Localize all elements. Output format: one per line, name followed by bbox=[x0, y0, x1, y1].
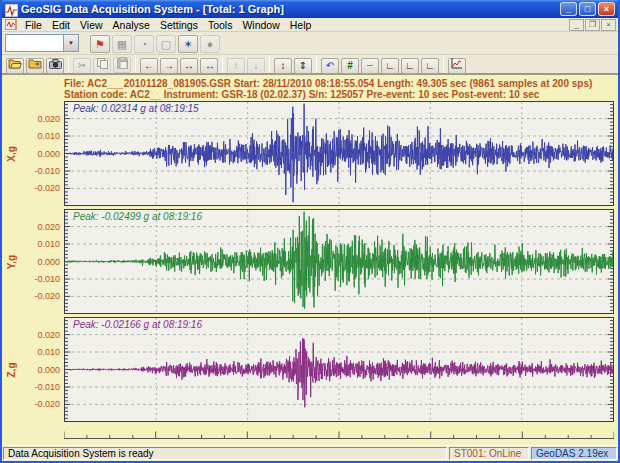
waveform-plot-x[interactable]: Peak: 0.02314 g at 08:19:15 bbox=[64, 101, 614, 206]
time-tick-label: 08:18:55 bbox=[61, 444, 98, 445]
expand-y-button[interactable]: ↕ bbox=[274, 58, 292, 74]
peak-annotation-x: Peak: 0.02314 g at 08:19:15 bbox=[73, 103, 199, 114]
event-selector-combo[interactable]: ▼ bbox=[5, 34, 79, 52]
y-tick-label: -0.010 bbox=[34, 166, 60, 176]
y-axis-gutter-z: Z,g 0.0200.0100.000-0.010-0.020 bbox=[10, 317, 64, 422]
arrow-lr-wide-icon: ↔ bbox=[205, 58, 213, 74]
time-axis-labels: 08:18:55 08:19:03 08:19:11 08:19:19 08:1… bbox=[61, 443, 617, 445]
y-tick-label: 0.000 bbox=[37, 149, 60, 159]
folder-open-icon bbox=[8, 58, 22, 74]
move-down-button: ↓ bbox=[247, 58, 265, 74]
menu-tools[interactable]: Tools bbox=[203, 19, 238, 31]
close-button[interactable]: × bbox=[598, 2, 615, 16]
paste-button bbox=[113, 57, 131, 73]
dot-icon: ● bbox=[207, 36, 214, 52]
title-bar: GeoSIG Data Acquisition System - [Total:… bbox=[2, 0, 618, 18]
menu-bar: FileEditViewAnalyseSettingsToolsWindowHe… bbox=[2, 18, 618, 32]
corner-icon: ∟ bbox=[385, 58, 395, 74]
window-icon: ▢ bbox=[161, 36, 171, 52]
corner-icon: ∟ bbox=[405, 58, 415, 74]
record-button: ● bbox=[200, 35, 220, 53]
y-tick-label: -0.020 bbox=[34, 291, 60, 301]
undo-icon: ↶ bbox=[326, 58, 334, 74]
open-file-button[interactable] bbox=[6, 58, 24, 74]
menu-view[interactable]: View bbox=[75, 19, 108, 31]
scroll-right-button[interactable]: → bbox=[160, 58, 178, 74]
minimize-button[interactable]: _ bbox=[560, 2, 577, 16]
combo-dropdown-arrow[interactable]: ▼ bbox=[63, 35, 78, 51]
paste-icon bbox=[117, 57, 128, 74]
toolbar-top: ▼ ⚑▦◔▢✶● bbox=[2, 32, 618, 55]
toolbar-separator bbox=[135, 55, 136, 72]
document-icon bbox=[5, 19, 17, 30]
arrow-right-icon: → bbox=[164, 58, 174, 74]
time-tick-label: 08:19:11 bbox=[240, 444, 276, 445]
copy-button bbox=[93, 58, 111, 74]
y-axis-gutter-x: X,g 0.0200.0100.000-0.010-0.020 bbox=[10, 101, 64, 206]
arrow-ud-icon: ↕ bbox=[281, 58, 286, 74]
clock-icon: ◔ bbox=[141, 36, 148, 52]
undo-zoom-button[interactable]: ↶ bbox=[321, 58, 339, 74]
cut-button: ✂ bbox=[73, 58, 91, 74]
time-tick-label: 08:19:19 bbox=[328, 444, 365, 445]
waveform-plot-z[interactable]: Peak: -0.02166 g at 08:19:16 bbox=[64, 317, 614, 422]
import-file-button[interactable] bbox=[26, 58, 44, 74]
y-axis-title-y: Y,g bbox=[6, 254, 17, 268]
menu-analyse[interactable]: Analyse bbox=[108, 19, 155, 31]
fit-y-button[interactable]: ⇕ bbox=[294, 58, 312, 74]
y-axis-title-x: X,g bbox=[6, 146, 17, 162]
snapshot-button[interactable] bbox=[46, 58, 64, 74]
arrow-lr-icon: ↔ bbox=[184, 58, 194, 74]
window-layout-button: ▢ bbox=[156, 35, 176, 53]
axes-style-2-button[interactable]: ∟ bbox=[401, 58, 419, 74]
maximize-button[interactable]: □ bbox=[579, 2, 596, 16]
axes-style-3-button[interactable]: ∟ bbox=[421, 58, 439, 74]
waveform-plot-y[interactable]: Peak: -0.02499 g at 08:19:16 bbox=[64, 209, 614, 314]
y-tick-label: 0.000 bbox=[37, 365, 60, 375]
scissors-icon: ✂ bbox=[78, 58, 86, 74]
mdi-restore-button[interactable]: ❐ bbox=[585, 19, 600, 31]
grid-toggle-button[interactable]: # bbox=[341, 58, 359, 74]
arrow-ud2-icon: ⇕ bbox=[299, 58, 307, 74]
axes-style-1-button[interactable]: ∟ bbox=[381, 58, 399, 74]
graph-client-area: File: AC2___20101128_081905.GSR Start: 2… bbox=[2, 74, 618, 445]
time-axis bbox=[10, 425, 618, 443]
toolbar-separator bbox=[68, 55, 69, 72]
menu-settings[interactable]: Settings bbox=[155, 19, 203, 31]
time-tick-label: 08:19:43 bbox=[580, 444, 617, 445]
time-axis-title: Time bbox=[507, 444, 528, 445]
wand-icon: ✶ bbox=[183, 36, 192, 52]
y-tick-label: 0.010 bbox=[37, 239, 60, 249]
file-info-header: File: AC2___20101128_081905.GSR Start: 2… bbox=[2, 75, 618, 101]
status-message: Data Acquisition System is ready bbox=[3, 447, 447, 460]
flag-icon: ⚑ bbox=[95, 36, 105, 52]
menu-file[interactable]: File bbox=[20, 19, 47, 31]
menu-edit[interactable]: Edit bbox=[47, 19, 75, 31]
toolbar-main: ✂←→↔↔↑↓↕⇕↶#┈∟∟∟ bbox=[2, 55, 618, 74]
y-tick-label: 0.020 bbox=[37, 330, 60, 340]
y-tick-label: 0.010 bbox=[37, 347, 60, 357]
arrow-up-icon: ↑ bbox=[234, 58, 239, 74]
scroll-left-button[interactable]: ← bbox=[140, 58, 158, 74]
graph-style-button[interactable] bbox=[448, 58, 466, 74]
menu-window[interactable]: Window bbox=[237, 19, 284, 31]
wizard-button[interactable]: ✶ bbox=[178, 35, 198, 53]
baseline-toggle-button[interactable]: ┈ bbox=[361, 58, 379, 74]
flag-event-button[interactable]: ⚑ bbox=[90, 35, 110, 53]
app-window: GeoSIG Data Acquisition System - [Total:… bbox=[0, 0, 620, 463]
mdi-minimize-button[interactable]: _ bbox=[569, 19, 584, 31]
mdi-close-button[interactable]: × bbox=[601, 19, 616, 31]
y-tick-label: 0.020 bbox=[37, 222, 60, 232]
y-tick-label: 0.000 bbox=[37, 257, 60, 267]
expand-x-button[interactable]: ↔ bbox=[180, 58, 198, 74]
y-tick-label: -0.010 bbox=[34, 274, 60, 284]
folder-close-icon bbox=[28, 58, 42, 74]
peak-annotation-y: Peak: -0.02499 g at 08:19:16 bbox=[73, 211, 202, 222]
y-tick-label: 0.020 bbox=[37, 114, 60, 124]
window-title: GeoSIG Data Acquisition System - [Total:… bbox=[21, 3, 558, 15]
status-bar: Data Acquisition System is ready ST001: … bbox=[2, 445, 618, 461]
time-axis-scale bbox=[64, 430, 614, 439]
menu-help[interactable]: Help bbox=[285, 19, 317, 31]
copy-icon bbox=[97, 58, 108, 74]
compress-x-button[interactable]: ↔ bbox=[200, 58, 218, 74]
